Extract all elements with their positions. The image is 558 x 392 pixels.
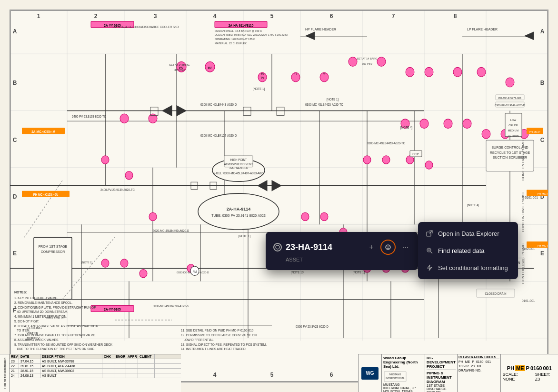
- svg-text:PH-MC-P-5271-001: PH-MC-P-5271-001: [498, 96, 521, 99]
- svg-marker-129: [177, 106, 186, 116]
- svg-point-90: [377, 57, 386, 67]
- chk-21: [102, 369, 114, 373]
- svg-text:2A-YY-0105: 2A-YY-0105: [104, 23, 121, 27]
- svg-text:ATMOSPHERIC VENT: ATMOSPHERIC VENT: [224, 162, 253, 166]
- svg-rect-181: [496, 102, 524, 107]
- svg-text:11: 11: [294, 72, 297, 75]
- svg-text:2A-MC-<C55>-M: 2A-MC-<C55>-M: [31, 130, 55, 133]
- rev-23: 23: [10, 359, 19, 363]
- svg-text:MEDIUM: MEDIUM: [508, 129, 518, 132]
- svg-text:FV: FV: [208, 66, 212, 69]
- field-spec-label: Field for file specification: [3, 358, 6, 389]
- svg-text:0300-PV-23.9V23-8020-D: 0300-PV-23.9V23-8020-D: [296, 325, 329, 328]
- svg-text:CONT ON DWG. PH-MC: CONT ON DWG. PH-MC: [521, 140, 525, 181]
- asset-icon: [273, 243, 282, 251]
- date-22: 39.61.15: [19, 364, 40, 368]
- appr-col-header: APPR: [126, 354, 138, 359]
- diagram-area: 1 2 3 4 5 6 7 8 1 2 3 4 5 6 7 8 A B C D …: [0, 0, 558, 392]
- svg-text:5: 5: [270, 13, 274, 20]
- engr-col-header: ENGR: [114, 354, 126, 359]
- svg-point-99: [420, 119, 428, 129]
- svg-text:CONT ON DWG. PH-MC: CONT ON DWG. PH-MC: [521, 243, 525, 284]
- svg-point-101: [463, 119, 471, 129]
- chk-22: [102, 364, 114, 368]
- svg-text:0033-DO-B1.96504-A020-D: 0033-DO-B1.96504-A020-D: [177, 271, 209, 274]
- svg-point-100: [444, 119, 452, 129]
- svg-text:CONT ON DWG. PH-MC: CONT ON DWG. PH-MC: [521, 192, 525, 232]
- svg-point-85: [258, 72, 267, 82]
- svg-text:[NOTE 4]: [NOTE 4]: [400, 126, 412, 129]
- svg-point-92: [425, 67, 433, 77]
- svg-text:PH-MC-P-0162-001: PH-MC-P-0162-001: [538, 244, 548, 247]
- drawing-number-suffix: 001: [543, 365, 551, 371]
- svg-point-223: [190, 266, 199, 276]
- svg-text:CRUDE: CRUDE: [508, 124, 518, 127]
- svg-text:HIGH POINT: HIGH POINT: [230, 158, 247, 161]
- svg-text:[NOTE 1]: [NOTE 1]: [239, 234, 250, 238]
- rev-21: 21: [10, 369, 19, 373]
- svg-text:2: 2: [94, 13, 98, 20]
- set-conditional-formatting-item[interactable]: Set conditional formatting: [418, 259, 518, 276]
- svg-rect-174: [505, 113, 522, 137]
- additional-notes: 11. SEE DETAIL P&ID ON P&ID PH-MC-P-0160…: [181, 328, 300, 352]
- svg-point-106: [125, 171, 133, 179]
- svg-text:[NOTE 4]: [NOTE 4]: [467, 203, 479, 207]
- svg-point-104: [520, 130, 528, 139]
- svg-text:1ST STAGE SUCTION/DISCHARGE CO: 1ST STAGE SUCTION/DISCHARGE COOLER SKD: [112, 25, 179, 29]
- chk-col-header: CHK: [102, 354, 114, 359]
- svg-point-68: [198, 193, 279, 230]
- svg-text:[NOTE 1]: [NOTE 1]: [327, 98, 339, 101]
- asset-type: ASSET: [286, 257, 410, 262]
- svg-point-97: [149, 114, 157, 123]
- svg-rect-192: [527, 128, 543, 134]
- svg-text:PH-MC-P-0163-00K: PH-MC-P-0163-00K: [537, 192, 548, 195]
- svg-point-98: [401, 119, 409, 129]
- svg-point-95: [506, 78, 514, 87]
- desc-col-header: DESCRIPTION: [40, 354, 102, 359]
- registration-codes: REGISTRATION CODES PHMEP0160001 T33-02 2…: [457, 354, 500, 392]
- field-spec: Field for file specification: [0, 354, 10, 392]
- svg-text:FM: FM: [193, 270, 197, 273]
- svg-point-115: [101, 259, 109, 267]
- find-related-data-item[interactable]: Find related data: [418, 242, 518, 259]
- svg-marker-131: [272, 181, 281, 191]
- svg-text:PH-MC-<C153>-0U: PH-MC-<C153>-0U: [33, 193, 59, 196]
- svg-text:A: A: [13, 28, 17, 35]
- revision-table: REV DATE DESCRIPTION CHK ENGR APPR CLIEN…: [10, 354, 181, 392]
- company-name: Wood Group Engineering (North Sea) Ltd.: [383, 356, 423, 369]
- rev-col-header: REV: [10, 354, 19, 359]
- desc-21: AS BUILT, MW-39802: [40, 369, 102, 373]
- svg-text:MUSTANG: MUSTANG: [389, 373, 401, 376]
- svg-text:0308-PH-70.9147-A020-D: 0308-PH-70.9147-A020-D: [495, 104, 525, 107]
- svg-point-96: [120, 114, 129, 123]
- svg-rect-161: [486, 140, 534, 171]
- svg-text:11: 11: [208, 66, 210, 69]
- svg-marker-132: [305, 32, 315, 40]
- svg-point-93: [453, 67, 462, 77]
- svg-point-110: [425, 161, 433, 169]
- search-related-icon: [426, 247, 433, 254]
- svg-text:OPERATING: 120 BARG AT 155 C: OPERATING: 120 BARG AT 155 C: [215, 38, 255, 40]
- svg-point-116: [120, 259, 128, 267]
- svg-text:2A-HA-9114: 2A-HA-9114: [229, 166, 248, 170]
- svg-rect-218: [191, 182, 198, 189]
- svg-point-83: [205, 61, 215, 72]
- svg-text:D: D: [13, 193, 17, 200]
- svg-text:21: 21: [179, 66, 182, 69]
- open-data-explorer-label: Open in Data Explorer: [438, 230, 499, 237]
- open-data-explorer-item[interactable]: Open in Data Explorer: [418, 225, 518, 242]
- svg-text:SUCTION SCRUBBER: SUCTION SCRUBBER: [493, 155, 527, 160]
- more-options-button[interactable]: ···: [400, 242, 410, 252]
- svg-point-107: [363, 156, 371, 164]
- add-button[interactable]: +: [367, 242, 375, 252]
- svg-text:LP FLARE HEADER: LP FLARE HEADER: [467, 27, 498, 31]
- svg-text:WG: WG: [366, 371, 374, 376]
- svg-text:RETURN: RETURN: [508, 134, 519, 137]
- company-info: Wood Group Engineering (North Sea) Ltd. …: [382, 354, 425, 392]
- notes-area: NOTES: 1. KEY INTERLOCKED VALVE. 2. REMO…: [14, 290, 176, 352]
- svg-text:8: 8: [454, 13, 457, 20]
- svg-point-113: [320, 212, 328, 221]
- svg-text:DESIGN SHELL: 15.8 BARG/V @ 15: DESIGN SHELL: 15.8 BARG/V @ 150 C: [215, 29, 262, 32]
- company-logo: WG: [359, 354, 382, 392]
- 3d-view-button[interactable]: [380, 240, 396, 255]
